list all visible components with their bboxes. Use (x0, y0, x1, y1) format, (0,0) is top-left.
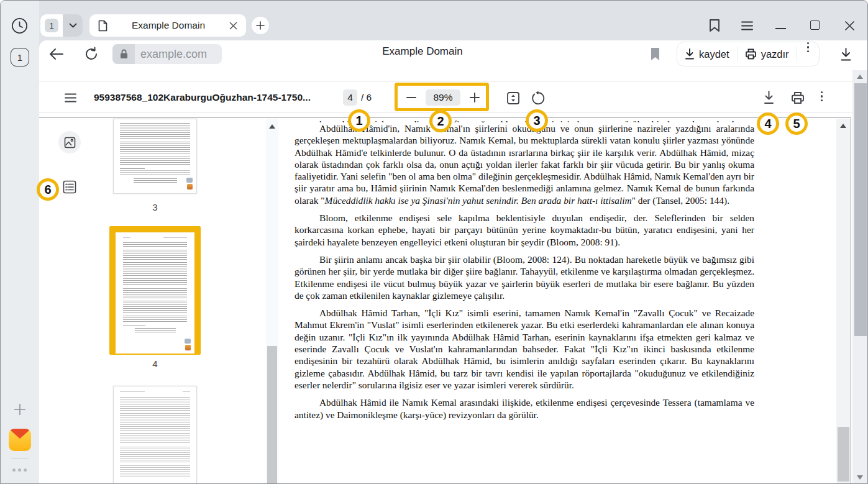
callout-1: 1 (348, 109, 370, 132)
pdf-print-icon[interactable] (790, 91, 805, 104)
pdf-more-icon[interactable] (821, 91, 823, 101)
page-actions-more-icon[interactable] (797, 42, 819, 66)
download-icon (685, 48, 695, 60)
bookmark-icon[interactable] (649, 47, 661, 62)
print-button-label: yazdır (761, 48, 789, 60)
tab-group-chip[interactable]: 1 (40, 14, 83, 37)
save-button-label: kaydet (699, 48, 729, 60)
thumbnail-label-4: 4 (109, 358, 201, 369)
address-bar[interactable]: example.com (112, 44, 222, 64)
document-paragraph: Abdülhak Hâmid Tarhan, "İçli Kız" isimli… (295, 307, 754, 391)
document-paragraph: Abdülhak Hâmid ile Namık Kemal arasındak… (295, 396, 754, 421)
rail-divider (11, 459, 29, 459)
thumbnail-journal-logo (186, 178, 193, 189)
pdf-page-content: kaynaklarını gizleme endişesi, selefin a… (283, 118, 756, 484)
callout-3: 3 (526, 109, 548, 132)
page-title: Example Domain (298, 45, 547, 58)
thumbnail-page-5[interactable] (113, 386, 197, 484)
browser-window: 1 1 Example Domain (0, 0, 868, 484)
document-paragraph: Abdülhak Hâmid'in, Namık Kemal'ın şiirle… (295, 122, 754, 206)
callout-5: 5 (785, 112, 808, 135)
thumbnail-view-button[interactable] (58, 131, 81, 153)
downloads-icon[interactable] (838, 47, 853, 62)
outline-view-button[interactable] (62, 180, 77, 194)
browser-scrollbar-thumb[interactable] (854, 83, 867, 336)
menu-icon[interactable] (741, 20, 754, 31)
history-clock-icon[interactable] (11, 17, 28, 34)
thumbnail-scrollbar-thumb[interactable] (267, 346, 277, 484)
lock-icon (120, 49, 128, 59)
thumbnail-label-3: 3 (113, 202, 197, 212)
window-close-button[interactable] (844, 20, 855, 31)
pdf-filename: 959387568_102KaraburguOğuzhan-1745-1750.… (94, 92, 339, 103)
minimize-button[interactable] (775, 28, 786, 29)
toolbar-top-border (39, 81, 854, 82)
new-tab-button[interactable] (252, 17, 269, 34)
rotate-icon[interactable] (531, 91, 545, 105)
callout-rect-zoom-controls (395, 83, 489, 111)
save-button[interactable]: kaydet (677, 42, 737, 66)
pdf-current-page-field[interactable]: 4 (343, 89, 357, 106)
plus-icon (256, 21, 265, 30)
callout-4: 4 (757, 112, 779, 135)
yandex-mail-icon[interactable] (9, 429, 31, 451)
callout-6: 6 (37, 178, 59, 201)
tab-example-domain[interactable]: Example Domain (89, 14, 246, 37)
page-actions-group: kaydet yazdır (677, 42, 820, 66)
rail-more-icon[interactable] (12, 468, 29, 472)
rail-add-icon[interactable] (12, 402, 27, 417)
image-icon (64, 137, 76, 148)
tab-count-badge[interactable]: 1 (11, 48, 29, 66)
site-security-chip[interactable] (112, 44, 135, 64)
tab-title: Example Domain (107, 20, 229, 31)
pdf-text: Abdülhak Hâmid'in, Namık Kemal'ın şiirle… (295, 122, 754, 426)
reload-button[interactable] (83, 45, 100, 63)
pdf-sidebar-toggle-icon[interactable] (63, 91, 78, 104)
pdf-embed-right-border (851, 117, 851, 484)
print-button[interactable]: yazdır (738, 42, 797, 66)
thumbnail-page-3[interactable] (113, 119, 197, 194)
browser-scrollbar[interactable] (852, 70, 868, 484)
chevron-down-icon (69, 23, 77, 28)
printer-icon (745, 48, 757, 60)
back-button[interactable] (48, 45, 65, 63)
thumbnail-panel-scrollbar[interactable] (266, 119, 278, 484)
document-paragraph: Bloom, etkilenme endişesi sele kapılma b… (295, 212, 754, 248)
tab-close-icon[interactable] (229, 22, 237, 30)
url-text: example.com (135, 48, 207, 61)
pdf-page-total: / 6 (361, 92, 372, 103)
pdf-scrollbar-thumb[interactable] (838, 427, 849, 482)
thumbnail-page-4-selected[interactable] (109, 226, 201, 355)
document-icon (98, 20, 107, 32)
callout-2: 2 (429, 110, 452, 132)
bookmarks-panel-icon[interactable] (707, 17, 721, 34)
document-paragraph: Bir şiirin anlamı ancak başka bir şiir o… (295, 253, 754, 301)
fit-to-page-icon[interactable] (506, 91, 520, 105)
tab-group-badge: 1 (45, 19, 58, 32)
tab-group-expand-button[interactable] (63, 14, 83, 37)
thumbnail-journal-logo (185, 339, 191, 350)
maximize-button[interactable] (810, 21, 820, 30)
tab-group-badge-holder: 1 (40, 14, 63, 37)
mail-flap-shape (9, 429, 31, 439)
pdf-content-scrollbar[interactable] (836, 119, 851, 484)
list-icon (63, 180, 76, 194)
pdf-download-icon[interactable] (762, 90, 776, 105)
